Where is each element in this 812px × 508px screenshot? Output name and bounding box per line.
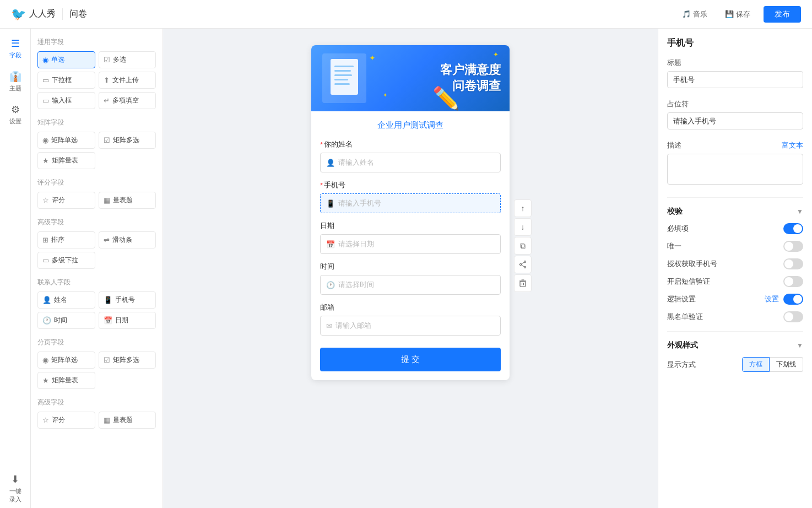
field-item-page-radio[interactable]: ◉ 矩阵单选	[37, 352, 95, 369]
field-time-label: 时间	[54, 316, 67, 325]
field-item-date[interactable]: 📅 日期	[99, 312, 156, 329]
field-time-label-form: 时间	[320, 262, 501, 272]
field-item-cascade[interactable]: ▭ 多级下拉	[37, 252, 95, 269]
sidebar-item-settings[interactable]: ⚙ 设置	[2, 99, 29, 130]
move-up-button[interactable]: ↑	[514, 199, 532, 217]
form-body: 企业用户测试调查 * 你的姓名 👤 请输入姓名	[311, 111, 510, 380]
mode-underline-button[interactable]: 下划线	[770, 357, 803, 372]
phone-input-icon: 📱	[326, 199, 335, 208]
mode-box-button[interactable]: 方框	[742, 357, 770, 372]
field-item-star[interactable]: ☆ 评分	[37, 192, 95, 209]
form-field-phone[interactable]: * 手机号 📱 请输入手机号	[320, 180, 501, 213]
delete-button[interactable]	[514, 274, 532, 292]
form-field-name[interactable]: * 你的姓名 👤 请输入姓名	[320, 139, 501, 172]
field-item-phone[interactable]: 📱 手机号	[99, 291, 156, 309]
form-field-date[interactable]: 日期 📅 请选择日期	[320, 221, 501, 254]
rich-text-link[interactable]: 富文本	[782, 140, 803, 150]
field-item-multi-blank[interactable]: ↵ 多项填空	[99, 92, 156, 109]
field-radio-label: 单选	[51, 55, 64, 64]
required-label: 必填项	[667, 224, 689, 234]
banner-decoration	[322, 53, 366, 103]
mode-buttons: 方框 下划线	[742, 357, 803, 372]
header-title: 问卷	[62, 8, 87, 20]
copy-button[interactable]: ⧉	[514, 237, 532, 255]
field-page-radio-label: 矩阵单选	[51, 355, 78, 365]
sidebar-item-theme[interactable]: 👔 主题	[2, 66, 29, 97]
sort-icon: ⊞	[42, 236, 48, 244]
center-canvas: ✦ ✦ ✦ ✏️ 客户满意度问卷调查 企业用户测试调查 * 你的姓名	[163, 29, 658, 508]
rating-fields-grid: ☆ 评分 ▦ 量表题	[37, 192, 156, 209]
move-down-button[interactable]: ↓	[514, 218, 532, 236]
field-item-time[interactable]: 🕐 时间	[37, 312, 95, 329]
svg-point-7	[524, 267, 526, 268]
appearance-arrow[interactable]: ▼	[797, 342, 803, 349]
matrix-radio-icon: ◉	[42, 136, 48, 144]
section-advanced2-title: 高级字段	[37, 398, 156, 407]
field-dropdown-label: 下拉框	[52, 75, 72, 85]
field-item-matrix-checkbox[interactable]: ☑ 矩阵多选	[99, 132, 156, 149]
header: 🐦 人人秀 问卷 🎵 音乐 💾 保存 发布	[0, 0, 812, 29]
unique-row: 唯一	[667, 241, 803, 252]
field-item-dropdown[interactable]: ▭ 下拉框	[37, 72, 95, 89]
unique-toggle[interactable]	[783, 241, 803, 252]
validation-title: 校验	[667, 207, 683, 217]
banner-pencil: ✏️	[432, 85, 460, 111]
music-button[interactable]: 🎵 音乐	[678, 7, 712, 21]
submit-button[interactable]: 提 交	[320, 348, 501, 371]
star-icon: ☆	[42, 196, 49, 204]
sidebar-item-field[interactable]: ☰ 字段	[2, 33, 29, 64]
banner-doc-svg	[328, 58, 361, 99]
blacklist-toggle[interactable]	[783, 311, 803, 322]
publish-button[interactable]: 发布	[764, 6, 801, 23]
svg-line-10	[521, 265, 524, 267]
section-advanced2: 高级字段 ☆ 评分 ▦ 量表题	[37, 398, 156, 429]
desc-textarea[interactable]	[667, 154, 803, 185]
field-slider-label: 滑动条	[112, 235, 132, 245]
save-button[interactable]: 💾 保存	[721, 7, 755, 21]
share-button[interactable]	[514, 256, 532, 273]
prop-placeholder-label: 占位符	[667, 99, 803, 109]
sms-verify-toggle[interactable]	[783, 276, 803, 287]
auth-phone-toggle[interactable]	[783, 258, 803, 269]
field-star-label: 评分	[52, 196, 65, 205]
field-item-upload[interactable]: ⬆ 文件上传	[99, 72, 156, 89]
field-item-input[interactable]: ▭ 输入框	[37, 92, 95, 109]
field-item-matrix-scale[interactable]: ★ 矩阵量表	[37, 152, 95, 169]
required-row: 必填项	[667, 223, 803, 234]
field-item-page-checkbox[interactable]: ☑ 矩阵多选	[99, 352, 156, 369]
field-time-input[interactable]: 🕐 请选择时间	[320, 275, 501, 295]
field-item-name[interactable]: 👤 姓名	[37, 291, 95, 309]
section-common-title: 通用字段	[37, 37, 156, 47]
field-email-input[interactable]: ✉ 请输入邮箱	[320, 316, 501, 336]
field-item-sort[interactable]: ⊞ 排序	[37, 231, 95, 248]
field-phone-input[interactable]: 📱 请输入手机号	[320, 193, 501, 213]
field-date-input[interactable]: 📅 请选择日期	[320, 234, 501, 254]
sms-verify-row: 开启短信验证	[667, 276, 803, 287]
logic-toggle[interactable]	[783, 294, 803, 305]
field-item-radio[interactable]: ◉ 单选	[37, 51, 95, 68]
field-matrix-checkbox-label: 矩阵多选	[113, 136, 139, 145]
sidebar-item-import[interactable]: ⬇ 一键录入	[2, 469, 29, 508]
page-scale-icon: ★	[42, 376, 49, 385]
logic-row: 逻辑设置 设置	[667, 294, 803, 305]
field-item-slider[interactable]: ⇌ 滑动条	[99, 231, 156, 248]
validation-arrow[interactable]: ▼	[797, 208, 803, 215]
placeholder-input[interactable]	[667, 112, 803, 129]
form-field-time[interactable]: 时间 🕐 请选择时间	[320, 262, 501, 295]
sidebar-settings-label: 设置	[9, 117, 21, 126]
title-input[interactable]	[667, 71, 803, 88]
required-toggle[interactable]	[783, 223, 803, 234]
section-advanced-title: 高级字段	[37, 218, 156, 227]
contact-fields-grid: 👤 姓名 📱 手机号 🕐 时间 📅 日期	[37, 291, 156, 329]
field-item-matrix-radio[interactable]: ◉ 矩阵单选	[37, 132, 95, 149]
logic-set-link[interactable]: 设置	[765, 294, 779, 304]
field-item-scale2[interactable]: ▦ 量表题	[99, 412, 156, 429]
field-item-page-scale[interactable]: ★ 矩阵量表	[37, 372, 95, 389]
field-item-checkbox[interactable]: ☑ 多选	[99, 51, 156, 68]
field-item-scale[interactable]: ▦ 量表题	[99, 192, 156, 209]
phone-placeholder: 请输入手机号	[338, 198, 381, 208]
form-field-email[interactable]: 邮箱 ✉ 请输入邮箱	[320, 302, 501, 336]
icon-nav: ☰ 字段 👔 主题 ⚙ 设置 ⬇ 一键录入	[0, 29, 31, 508]
field-item-star2[interactable]: ☆ 评分	[37, 412, 95, 429]
field-name-input[interactable]: 👤 请输入姓名	[320, 153, 501, 172]
